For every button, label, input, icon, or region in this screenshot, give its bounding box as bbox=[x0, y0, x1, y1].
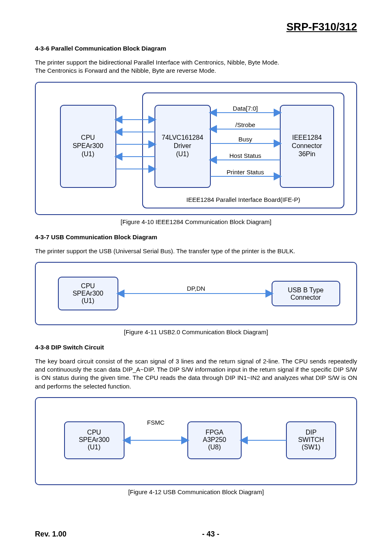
cpu-label: SPEAr300 bbox=[73, 142, 104, 149]
section-heading-437: 4-3-7 USB Communication Block Diagram bbox=[35, 234, 357, 240]
cpu-label: (U1) bbox=[81, 150, 94, 157]
signal-label: /Strobe bbox=[235, 121, 255, 128]
signal-label: Printer Status bbox=[227, 169, 264, 176]
text: The Centronics is Forward and the Nibble… bbox=[35, 67, 216, 74]
dip-label: DIP bbox=[306, 429, 317, 436]
cpu-label: CPU bbox=[81, 134, 95, 141]
connector-label: IEEE1284 bbox=[292, 134, 322, 141]
figure-4-11: CPU SPEAr300 (U1) USB B Type Connector D… bbox=[35, 262, 357, 325]
revision-label: Rev. 1.00 bbox=[35, 530, 67, 539]
paragraph: The printer support the bidirectional Pa… bbox=[35, 58, 357, 75]
dip-label: SWITCH bbox=[298, 436, 324, 443]
signal-label: Data[7:0] bbox=[233, 105, 258, 112]
driver-label: Driver bbox=[174, 142, 191, 149]
cpu-label: (U1) bbox=[88, 444, 100, 451]
page-footer: Rev. 1.00 - 43 - . bbox=[35, 530, 357, 539]
text: The printer support the bidirectional Pa… bbox=[35, 59, 279, 66]
board-label: IEEE1284 Parallel Interface Board(IFE-P) bbox=[187, 196, 300, 203]
figure-4-10: CPU SPEAr300 (U1) 74LVC161284 Driver (U1… bbox=[35, 82, 357, 215]
figure-4-12: CPU SPEAr300 (U1) FPGA A3P250 (U8) DIP S… bbox=[35, 397, 357, 485]
fpga-label: FPGA bbox=[205, 429, 224, 436]
paragraph: The printer support the USB (Universal S… bbox=[35, 247, 357, 255]
driver-label: (U1) bbox=[176, 150, 189, 157]
driver-label: 74LVC161284 bbox=[161, 134, 203, 141]
signal-label: Busy bbox=[238, 136, 252, 143]
section-heading-438: 4-3-8 DIP Switch Circuit bbox=[35, 344, 357, 351]
page: SRP-F310/312 4-3-6 Parallel Communicatio… bbox=[0, 0, 392, 555]
cpu-label: SPEAr300 bbox=[73, 290, 104, 297]
signal-label: DP,DN bbox=[187, 285, 205, 292]
section-heading-436: 4-3-6 Parallel Communication Block Diagr… bbox=[35, 45, 357, 52]
cpu-label: (U1) bbox=[81, 297, 94, 304]
figure-caption: [Figure 4-11 USB2.0 Communication Block … bbox=[35, 328, 357, 335]
dip-label: (SW1) bbox=[302, 444, 320, 451]
paragraph: The key board circuit consist of the sca… bbox=[35, 357, 357, 391]
figure-caption: [Figure 4-10 IEEE1284 Communication Bloc… bbox=[35, 218, 357, 225]
page-number: - 43 - bbox=[202, 530, 219, 539]
document-model-title: SRP-F310/312 bbox=[35, 21, 357, 33]
cpu-label: CPU bbox=[81, 282, 95, 289]
cpu-label: SPEAr300 bbox=[79, 436, 110, 443]
connector-label: Connector bbox=[291, 294, 321, 301]
fpga-label: (U8) bbox=[208, 444, 221, 451]
cpu-label: CPU bbox=[87, 429, 101, 436]
signal-label: Host Status bbox=[229, 152, 261, 159]
connector-label: Connector bbox=[292, 142, 322, 149]
signal-label: FSMC bbox=[147, 419, 165, 426]
connector-label: USB B Type bbox=[288, 287, 324, 294]
connector-label: 36Pin bbox=[299, 150, 316, 157]
fpga-label: A3P250 bbox=[203, 436, 226, 443]
figure-caption: [Figure 4-12 USB Communication Block Dia… bbox=[35, 488, 357, 495]
